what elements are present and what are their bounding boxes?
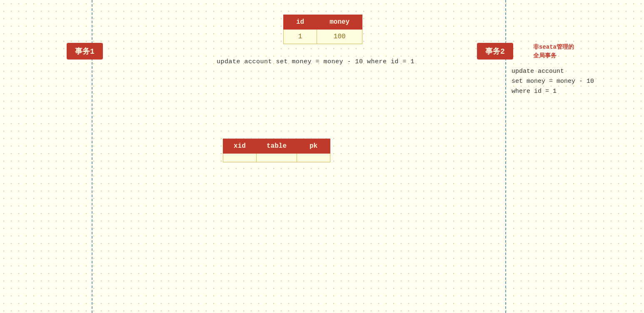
sql-right-line2: set money = money - 10 [512, 77, 594, 87]
account-header-money: money [317, 15, 362, 30]
transaction1-label: 事务1 [75, 47, 95, 56]
lock-header-pk: pk [297, 139, 330, 154]
lock-cell-pk [297, 154, 330, 162]
lock-cell-table [257, 154, 297, 162]
sql-right-line3: where id = 1 [512, 87, 594, 97]
sql-top-text: update account set money = money - 10 wh… [217, 58, 414, 65]
account-cell-id: 1 [284, 30, 317, 44]
transaction2-note-line2: 全局事务 [533, 52, 574, 60]
transaction2-badge: 事务2 [477, 43, 513, 60]
lock-header-table: table [257, 139, 297, 154]
account-row: 1 100 [284, 30, 362, 44]
transaction2-note-line1: 非seata管理的 [533, 43, 574, 52]
lock-cell-xid [223, 154, 257, 162]
account-cell-money: 100 [317, 30, 362, 44]
sql-statement-right: update account set money = money - 10 wh… [512, 67, 594, 97]
lock-header-xid: xid [223, 139, 257, 154]
sql-statement-top: update account set money = money - 10 wh… [217, 58, 414, 65]
account-table: id money 1 100 [283, 15, 362, 44]
lock-table: xid table pk [223, 139, 330, 162]
transaction2-label: 事务2 [485, 47, 505, 56]
sql-right-line1: update account [512, 67, 594, 77]
lock-row [223, 154, 330, 162]
account-header-id: id [284, 15, 317, 30]
transaction1-badge: 事务1 [67, 43, 103, 60]
transaction2-note: 非seata管理的 全局事务 [533, 43, 574, 60]
